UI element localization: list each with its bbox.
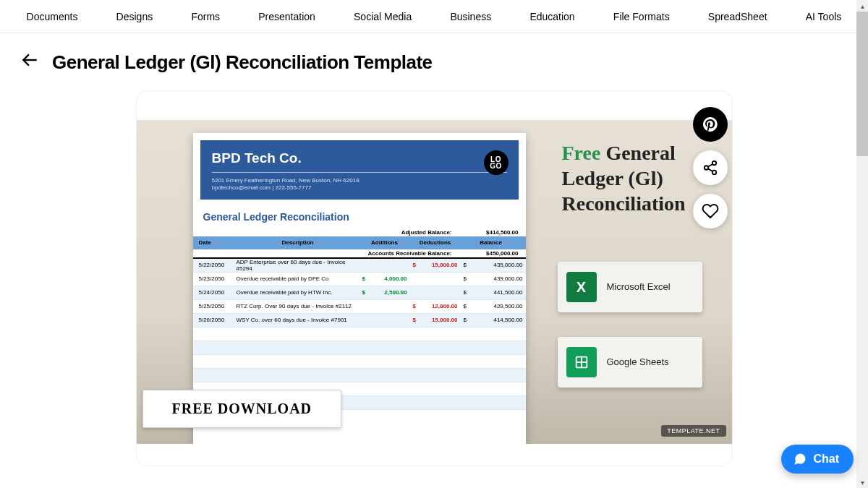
nav-social-media[interactable]: Social Media [348,2,417,31]
action-buttons [693,107,728,228]
page-title: General Ledger (Gl) Reconciliation Templ… [52,51,433,74]
adjusted-balance-value: $414,500.00 [468,229,519,236]
company-address: 5201 Emery Featherington Road, New Bosto… [212,177,507,184]
free-download-button[interactable]: FREE DOWNLOAD [142,390,342,428]
sheets-icon [566,347,597,377]
document-title: General Ledger Reconciliation [193,207,526,228]
excel-card[interactable]: X Microsoft Excel [558,262,702,312]
nav-documents[interactable]: Documents [21,2,84,31]
pinterest-icon[interactable] [693,107,728,142]
chat-icon [793,452,807,466]
chat-button[interactable]: Chat [781,445,854,474]
table-header: Date Description Additions Deductions Ba… [193,236,526,249]
watermark: TEMPLATE.NET [661,425,726,437]
col-balance: Balance [461,239,526,246]
table-row-empty [193,328,526,341]
top-nav: Documents Designs Forms Presentation Soc… [0,0,868,33]
sheets-label: Google Sheets [607,356,669,368]
col-deductions: Deductions [410,239,461,246]
google-sheets-card[interactable]: Google Sheets [558,337,702,388]
table-row: 5/26/2050WSY Co. over 60 days due - Invo… [193,314,526,328]
logo-icon: LOGO [484,150,509,175]
table-row-empty [193,355,526,369]
table-row-empty [193,341,526,355]
heart-icon[interactable] [693,194,728,228]
share-icon[interactable] [693,150,728,185]
back-arrow-icon[interactable] [20,51,39,74]
nav-education[interactable]: Education [524,2,580,31]
svg-line-4 [707,164,712,167]
col-date: Date [193,239,237,246]
preview-card: BPD Tech Co. 5201 Emery Featherington Ro… [136,90,733,466]
company-name: BPD Tech Co. [212,150,507,166]
nav-spreadsheet[interactable]: SpreadSheet [702,2,773,31]
page-header: General Ledger (Gl) Reconciliation Templ… [0,33,868,87]
svg-point-3 [712,171,716,175]
table-row: 5/23/2050Overdue receivable paid by DFE … [193,273,526,286]
table-row: 5/24/2050Overdue receivable paid by HTW … [193,286,526,300]
scroll-down-icon[interactable]: ▾ [856,476,868,488]
ar-balance-row: Accounts Receivable Balance: $450,000.00 [193,249,526,259]
ar-balance-label: Accounts Receivable Balance: [351,250,452,257]
table-row: 5/25/2050RTZ Corp. Over 90 days due - In… [193,300,526,314]
nav-forms[interactable]: Forms [185,2,226,31]
col-description: Description [237,239,359,246]
chat-label: Chat [813,453,839,466]
free-label: Free [562,142,601,164]
svg-point-1 [712,161,716,166]
nav-presentation[interactable]: Presentation [252,2,321,31]
scrollbar[interactable]: ▴ ▾ [856,0,868,488]
nav-ai-tools[interactable]: AI Tools [800,2,848,31]
scroll-thumb[interactable] [856,12,868,156]
excel-icon: X [566,272,597,302]
company-contact: bpdtechco@email.com | 222-555-7777 [212,184,507,192]
col-additions: Additions [359,239,410,246]
adjusted-balance-row: Adjusted Balance: $414,500.00 [193,228,526,236]
ar-balance-value: $450,000.00 [468,250,519,257]
excel-label: Microsoft Excel [607,281,671,293]
table-row: 5/22/2050ADP Enterprise over 60 days due… [193,259,526,273]
table-row-empty [193,369,526,382]
svg-line-5 [707,168,712,171]
nav-file-formats[interactable]: File Formats [608,2,676,31]
nav-designs[interactable]: Designs [111,2,159,31]
template-preview-image: BPD Tech Co. 5201 Emery Featherington Ro… [137,120,733,444]
adjusted-balance-label: Adjusted Balance: [351,229,452,236]
table-body: 5/22/2050ADP Enterprise over 60 days due… [193,259,526,410]
scroll-up-icon[interactable]: ▴ [856,0,868,12]
nav-business[interactable]: Business [444,2,497,31]
svg-point-2 [704,166,708,170]
